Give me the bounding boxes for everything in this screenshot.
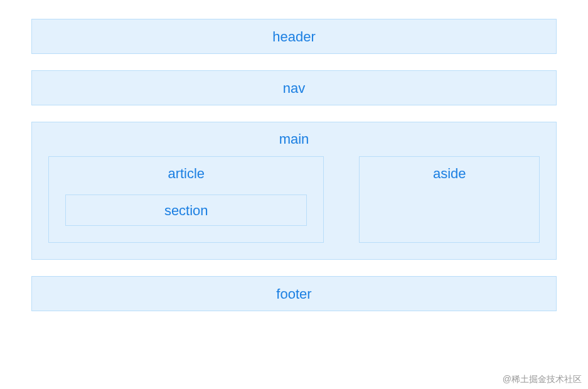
aside-region: aside	[359, 156, 540, 243]
nav-label: nav	[283, 80, 305, 96]
aside-label: aside	[433, 166, 466, 181]
section-label: section	[164, 203, 208, 218]
main-content: article section aside	[48, 156, 540, 243]
main-label: main	[48, 131, 540, 147]
section-region: section	[65, 194, 307, 226]
article-region: article section	[48, 156, 324, 243]
main-region: main article section aside	[31, 122, 557, 260]
header-region: header	[31, 19, 557, 54]
nav-region: nav	[31, 70, 557, 105]
header-label: header	[272, 29, 316, 45]
article-label: article	[65, 166, 307, 182]
footer-region: footer	[31, 276, 557, 311]
watermark-text: @稀土掘金技术社区	[503, 374, 582, 385]
footer-label: footer	[276, 286, 311, 302]
